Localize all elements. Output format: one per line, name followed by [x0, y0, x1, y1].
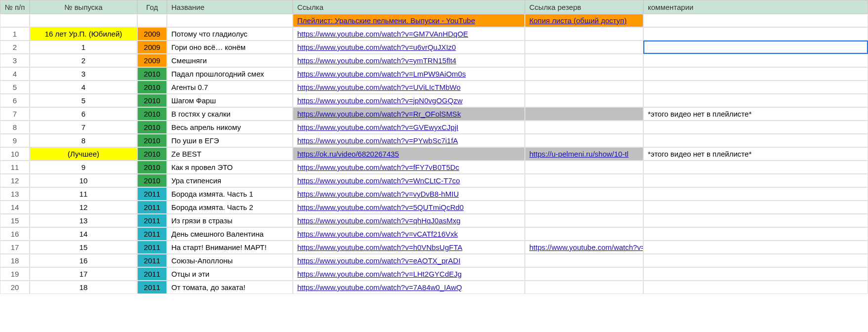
title-cell[interactable]: Союзы-Аполлоны [167, 254, 293, 267]
video-link[interactable]: https://www.youtube.com/watch?v=ymTRN15f… [297, 56, 456, 65]
reserve-copy-link[interactable]: Копия листа (общий доступ) [529, 16, 627, 25]
column-header-col3[interactable]: Год [137, 0, 167, 14]
row-number[interactable]: 17 [0, 241, 30, 254]
row-number[interactable]: 19 [0, 267, 30, 281]
issue-cell[interactable]: 12 [30, 201, 137, 214]
reserve-cell[interactable] [525, 254, 643, 267]
row-number[interactable]: 8 [0, 121, 30, 134]
column-header-col1[interactable]: № п/п [0, 0, 30, 14]
issue-cell[interactable]: 16 [30, 254, 137, 267]
issue-cell[interactable]: 8 [30, 134, 137, 147]
column-header-col7[interactable]: комментарии [643, 0, 868, 14]
title-cell[interactable]: Шагом Фарш [167, 94, 293, 107]
issue-cell[interactable]: 18 [30, 281, 137, 294]
blank-comment[interactable] [643, 14, 868, 27]
title-cell[interactable]: Ура стипенсия [167, 174, 293, 187]
reserve-cell[interactable] [525, 41, 643, 54]
row-number[interactable]: 4 [0, 67, 30, 81]
title-cell[interactable]: Борода измята. Часть 1 [167, 187, 293, 201]
issue-cell[interactable]: (Лучшее) [30, 147, 137, 161]
comment-cell[interactable]: *этого видео нет в плейлисте* [643, 147, 868, 161]
year-cell[interactable]: 2011 [137, 187, 167, 201]
issue-cell[interactable]: 9 [30, 161, 137, 174]
year-cell[interactable]: 2011 [137, 201, 167, 214]
title-cell[interactable]: На старт! Внимание! МАРТ! [167, 241, 293, 254]
comment-cell[interactable] [643, 67, 868, 81]
reserve-cell[interactable] [525, 281, 643, 294]
row-number[interactable]: 13 [0, 187, 30, 201]
link-cell[interactable]: https://www.youtube.com/watch?v=u6vrQuJX… [293, 41, 525, 54]
video-link[interactable]: https://www.youtube.com/watch?v=UViLIcTM… [297, 83, 461, 91]
issue-cell[interactable]: 5 [30, 94, 137, 107]
year-cell[interactable]: 2010 [137, 161, 167, 174]
link-cell[interactable]: https://www.youtube.com/watch?v=PYwbSc7i… [293, 134, 525, 147]
year-cell[interactable]: 2010 [137, 174, 167, 187]
link-cell[interactable]: https://www.youtube.com/watch?v=vyDvB8-h… [293, 187, 525, 201]
comment-cell[interactable] [643, 27, 868, 41]
column-header-col6[interactable]: Ссылка резерв [525, 0, 643, 14]
comment-cell[interactable] [643, 227, 868, 241]
year-cell[interactable]: 2010 [137, 67, 167, 81]
video-link[interactable]: https://www.youtube.com/watch?v=fFY7vB0T… [297, 163, 459, 171]
reserve-cell[interactable]: https://u-pelmeni.ru/show/10-tl [525, 147, 643, 161]
issue-cell[interactable]: 3 [30, 67, 137, 81]
blank-issue[interactable] [30, 14, 137, 27]
video-link[interactable]: https://www.youtube.com/watch?v=h0VNbsUg… [297, 243, 462, 251]
column-header-col5[interactable]: Ссылка [293, 0, 525, 14]
comment-cell[interactable] [643, 254, 868, 267]
comment-cell[interactable] [643, 267, 868, 281]
blank-year[interactable] [137, 14, 167, 27]
video-link[interactable]: https://www.youtube.com/watch?v=vyDvB8-h… [297, 190, 459, 198]
comment-cell[interactable] [643, 121, 868, 134]
video-link[interactable]: https://www.youtube.com/watch?v=GM7VAnHD… [297, 30, 468, 38]
video-link[interactable]: https://www.youtube.com/watch?v=LmPW9AiO… [297, 70, 466, 78]
title-cell[interactable]: Гори оно всё… конём [167, 41, 293, 54]
comment-cell[interactable] [643, 41, 868, 54]
video-link[interactable]: https://www.youtube.com/watch?v=LHt2GYCd… [297, 270, 462, 278]
reserve-cell[interactable]: https://www.youtube.com/watch?v=sQtLDy6c… [525, 241, 643, 254]
column-header-col4[interactable]: Название [167, 0, 293, 14]
comment-cell[interactable] [643, 134, 868, 147]
comment-cell[interactable] [643, 281, 868, 294]
row-number[interactable]: 18 [0, 254, 30, 267]
year-cell[interactable]: 2009 [137, 41, 167, 54]
playlist-link[interactable]: Плейлист: Уральские пельмени. Выпуски - … [297, 16, 475, 25]
year-cell[interactable]: 2010 [137, 121, 167, 134]
video-link[interactable]: https://www.youtube.com/watch?v=PYwbSc7i… [297, 136, 458, 145]
video-link[interactable]: https://www.youtube.com/watch?v=eAOTX_pr… [297, 256, 461, 265]
reserve-cell[interactable] [525, 81, 643, 94]
title-cell[interactable]: День смешного Валентина [167, 227, 293, 241]
link-cell[interactable]: https://www.youtube.com/watch?v=qhHqJ0as… [293, 214, 525, 227]
issue-cell[interactable]: 16 лет Ур.П. (Юбилей) [30, 27, 137, 41]
issue-cell[interactable]: 4 [30, 81, 137, 94]
row-number[interactable]: 7 [0, 107, 30, 121]
column-header-col2[interactable]: № выпуска [30, 0, 137, 14]
comment-cell[interactable]: *этого видео нет в плейлисте* [643, 107, 868, 121]
row-number[interactable]: 5 [0, 81, 30, 94]
row-number[interactable]: 6 [0, 94, 30, 107]
comment-cell[interactable] [643, 214, 868, 227]
row-number[interactable]: 15 [0, 214, 30, 227]
link-cell[interactable]: https://www.youtube.com/watch?v=7A84w0_I… [293, 281, 525, 294]
row-number[interactable]: 12 [0, 174, 30, 187]
reserve-cell[interactable] [525, 94, 643, 107]
title-cell[interactable]: Агенты 0.7 [167, 81, 293, 94]
link-cell[interactable]: https://www.youtube.com/watch?v=ymTRN15f… [293, 54, 525, 67]
row-number[interactable]: 10 [0, 147, 30, 161]
row-number[interactable]: 14 [0, 201, 30, 214]
link-cell[interactable]: https://www.youtube.com/watch?v=LmPW9AiO… [293, 67, 525, 81]
issue-cell[interactable]: 2 [30, 54, 137, 67]
issue-cell[interactable]: 15 [30, 241, 137, 254]
comment-cell[interactable] [643, 241, 868, 254]
year-cell[interactable]: 2010 [137, 94, 167, 107]
video-link[interactable]: https://www.youtube.com/watch?v=7A84w0_I… [297, 283, 462, 291]
year-cell[interactable]: 2011 [137, 214, 167, 227]
title-cell[interactable]: Весь апрель никому [167, 121, 293, 134]
video-link[interactable]: https://www.youtube.com/watch?v=5QUTmiQc… [297, 203, 464, 211]
link-cell[interactable]: https://www.youtube.com/watch?v=5QUTmiQc… [293, 201, 525, 214]
issue-cell[interactable]: 17 [30, 267, 137, 281]
reserve-link-cell[interactable]: Копия листа (общий доступ) [525, 14, 643, 27]
year-cell[interactable]: 2011 [137, 254, 167, 267]
issue-cell[interactable]: 7 [30, 121, 137, 134]
title-cell[interactable]: Из грязи в стразы [167, 214, 293, 227]
